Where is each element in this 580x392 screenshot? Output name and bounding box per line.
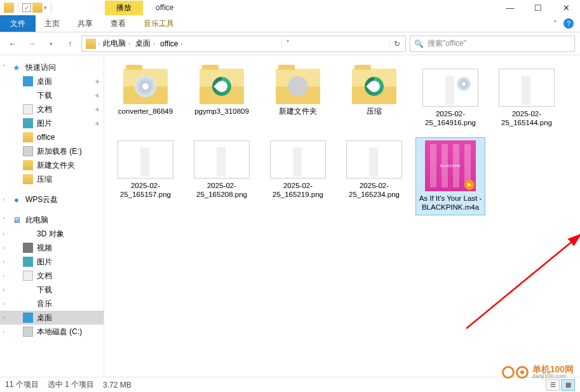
- file-item[interactable]: 2025-02-25_165219.png: [263, 137, 333, 215]
- tree-item[interactable]: ›音乐: [0, 297, 104, 311]
- file-item[interactable]: BLACKPINK▶As If It's Your Last - BLACKPI…: [415, 137, 485, 215]
- file-item[interactable]: 新建文件夹: [263, 65, 333, 131]
- tree-wps-cloud[interactable]: › ● WPS云盘: [0, 193, 104, 206]
- status-size: 3.72 MB: [103, 381, 132, 389]
- help-icon[interactable]: ?: [563, 18, 574, 29]
- folder-icon[interactable]: [32, 3, 43, 13]
- status-bar: 11 个项目 选中 1 个项目 3.72 MB ☰ ▦: [0, 377, 580, 392]
- close-button[interactable]: ✕: [552, 0, 580, 15]
- pic-icon: [23, 118, 33, 128]
- file-label: 2025-02-25_165208.png: [190, 181, 253, 199]
- expand-icon[interactable]: ›: [3, 245, 4, 251]
- address-bar[interactable]: › 此电脑› 桌面› office› ˅ ↻: [81, 36, 406, 52]
- tree-item[interactable]: 压缩: [0, 172, 104, 186]
- quick-access-toolbar: ✓ ▾: [0, 3, 54, 13]
- tree-item[interactable]: 新建文件夹: [0, 158, 104, 172]
- desk-icon: [23, 76, 33, 86]
- pic-icon: [23, 257, 33, 267]
- window-title: office: [156, 3, 173, 12]
- doc-icon: [23, 271, 33, 281]
- file-content-area[interactable]: converter_86849pgymp3_310809新建文件夹压缩2025-…: [104, 55, 580, 377]
- pin-icon: ➤: [93, 119, 101, 127]
- file-label: 新建文件夹: [279, 107, 317, 116]
- tree-item[interactable]: ›下载: [0, 283, 104, 297]
- folder-icon: [86, 39, 96, 49]
- tree-item[interactable]: ›文档: [0, 269, 104, 283]
- tree-item[interactable]: office: [0, 130, 104, 144]
- tree-item[interactable]: 新加载卷 (E:): [0, 144, 104, 158]
- tab-music-tools[interactable]: 音乐工具: [135, 15, 183, 32]
- expand-icon[interactable]: ›: [3, 259, 4, 265]
- image-thumbnail: [422, 69, 478, 107]
- qat-dropdown-icon[interactable]: ▾: [44, 4, 47, 11]
- watermark: 单机100网danji100.com: [502, 365, 574, 379]
- tree-quick-access[interactable]: ˅ ★ 快速访问: [0, 60, 104, 74]
- folder-icon: [4, 3, 14, 13]
- nav-forward-button[interactable]: →: [24, 36, 39, 51]
- tab-share[interactable]: 共享: [69, 15, 102, 32]
- tree-item[interactable]: 文档➤: [0, 102, 104, 116]
- tree-item[interactable]: 下载➤: [0, 88, 104, 102]
- expand-icon[interactable]: ›: [3, 196, 4, 203]
- pin-icon: ➤: [93, 77, 101, 85]
- file-item[interactable]: converter_86849: [111, 65, 180, 131]
- expand-icon[interactable]: ›: [3, 231, 4, 237]
- svg-line-0: [466, 234, 580, 328]
- tree-item[interactable]: ›图片: [0, 255, 104, 269]
- tree-this-pc[interactable]: ˅ 🖥 此电脑: [0, 213, 104, 227]
- expand-icon[interactable]: ˅: [3, 64, 6, 71]
- nav-recent-dropdown[interactable]: ▾: [43, 36, 58, 51]
- navigation-tree[interactable]: ˅ ★ 快速访问 桌面➤下载➤文档➤图片➤office新加载卷 (E:)新建文件…: [0, 55, 104, 377]
- nav-up-button[interactable]: ↑: [62, 36, 78, 51]
- tree-item[interactable]: ›本地磁盘 (C:): [0, 325, 104, 339]
- file-item[interactable]: 2025-02-25_165144.png: [492, 65, 562, 131]
- file-tab[interactable]: 文件: [0, 15, 36, 32]
- ribbon-tabs: 文件 主页 共享 查看 音乐工具 ˅ ?: [0, 15, 580, 32]
- minimize-button[interactable]: —: [496, 0, 524, 15]
- dl-icon: [23, 285, 33, 295]
- vid-icon: [23, 243, 33, 253]
- expand-icon[interactable]: ›: [3, 287, 4, 293]
- expand-icon[interactable]: ›: [3, 314, 4, 321]
- view-large-icons-button[interactable]: ▦: [561, 379, 575, 391]
- expand-icon[interactable]: ›: [3, 328, 4, 335]
- expand-icon[interactable]: ›: [3, 273, 4, 279]
- file-item[interactable]: 2025-02-25_165208.png: [187, 137, 257, 215]
- file-label: 压缩: [367, 107, 382, 116]
- desk-icon: [23, 313, 33, 323]
- nav-back-button[interactable]: ←: [5, 36, 20, 51]
- breadcrumb-desktop[interactable]: 桌面›: [133, 36, 158, 51]
- tab-home[interactable]: 主页: [36, 15, 69, 32]
- play-icon: ▶: [464, 180, 475, 190]
- breadcrumb-office[interactable]: office›: [158, 36, 185, 51]
- file-item[interactable]: 压缩: [339, 65, 409, 131]
- image-thumbnail: [118, 140, 173, 179]
- qat-checkbox[interactable]: ✓: [22, 3, 31, 12]
- view-details-button[interactable]: ☰: [546, 379, 560, 391]
- breadcrumb-this-pc[interactable]: 此电脑›: [100, 36, 133, 51]
- file-item[interactable]: 2025-02-25_164916.png: [415, 65, 485, 131]
- image-thumbnail: [194, 140, 250, 179]
- maximize-button[interactable]: ☐: [524, 0, 552, 15]
- ribbon-expand-icon[interactable]: ˅: [553, 20, 557, 28]
- file-item[interactable]: 2025-02-25_165234.png: [339, 137, 409, 215]
- mus-icon: [23, 299, 33, 309]
- file-item[interactable]: pgymp3_310809: [187, 65, 257, 131]
- audio-thumbnail: BLACKPINK▶: [425, 140, 476, 191]
- tree-item[interactable]: ›视频: [0, 241, 104, 255]
- expand-icon[interactable]: ˅: [3, 217, 6, 223]
- file-item[interactable]: 2025-02-25_165157.png: [111, 137, 180, 215]
- dl-icon: [23, 90, 33, 100]
- star-icon: ★: [11, 62, 22, 72]
- tree-item[interactable]: 图片➤: [0, 116, 104, 130]
- tree-item[interactable]: ›3D 对象: [0, 227, 104, 241]
- expand-icon[interactable]: ›: [3, 301, 4, 307]
- tab-view[interactable]: 查看: [102, 15, 135, 32]
- tree-item[interactable]: 桌面➤: [0, 74, 104, 88]
- search-input[interactable]: 🔍 搜索"office": [410, 36, 575, 52]
- refresh-icon[interactable]: ↻: [389, 36, 404, 51]
- tree-item[interactable]: ›桌面: [0, 311, 104, 325]
- doc-icon: [23, 104, 33, 114]
- address-dropdown-icon[interactable]: ˅: [281, 36, 293, 51]
- file-label: 2025-02-25_165234.png: [342, 181, 406, 199]
